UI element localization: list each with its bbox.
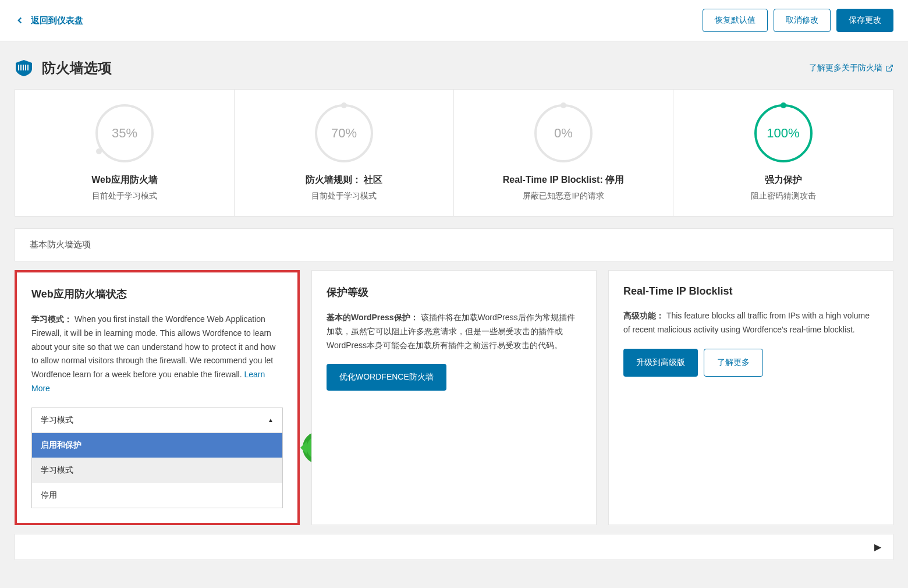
expand-section-button[interactable]: ▶ (15, 534, 893, 560)
stat-title: Web应用防火墙 (24, 174, 225, 186)
stat-card-rules: 70% 防火墙规则： 社区 目前处于学习模式 (235, 90, 454, 216)
card-waf-status: Web应用防火墙状态 学习模式： When you first install … (15, 270, 300, 525)
restore-defaults-button[interactable]: 恢复默认值 (703, 9, 768, 32)
back-to-dashboard-link[interactable]: 返回到仪表盘 (15, 15, 83, 26)
optimize-firewall-button[interactable]: 优化WORDFENCE防火墙 (327, 364, 446, 391)
stat-subtitle: 目前处于学习模式 (243, 191, 445, 201)
back-label: 返回到仪表盘 (31, 15, 83, 26)
stat-title: 强力保护 (682, 174, 884, 186)
stat-card-bruteforce: 100% 强力保护 阻止密码猜测攻击 (673, 90, 893, 216)
dropdown-option-learning[interactable]: 学习模式 (32, 458, 282, 483)
save-button[interactable]: 保存更改 (836, 9, 893, 32)
stat-title: Real-Time IP Blocklist: 停用 (463, 174, 664, 186)
card-description: 高级功能： This feature blocks all traffic fr… (623, 309, 878, 337)
chevron-left-icon (15, 15, 25, 26)
dropdown-option-enable[interactable]: 启用和保护 (32, 433, 282, 458)
stat-card-waf: 35% Web应用防火墙 目前处于学习模式 (15, 90, 235, 216)
select-value: 学习模式 (41, 415, 73, 426)
card-realtime-blocklist: Real-Time IP Blocklist 高级功能： This featur… (608, 270, 893, 525)
upgrade-premium-button[interactable]: 升级到高级版 (623, 349, 698, 377)
stat-title: 防火墙规则： 社区 (243, 174, 445, 186)
stats-grid: 35% Web应用防火墙 目前处于学习模式 70% 防火墙规则： 社区 目前处于… (15, 89, 893, 217)
card-description: 学习模式： When you first install the Wordfen… (31, 313, 283, 396)
progress-circle: 70% (315, 104, 373, 162)
card-title: Web应用防火墙状态 (31, 287, 283, 301)
stat-card-blocklist: 0% Real-Time IP Blocklist: 停用 屏蔽已知恶意IP的请… (454, 90, 673, 216)
waf-mode-select[interactable]: 学习模式 ▲ (31, 408, 283, 433)
stat-subtitle: 阻止密码猜测攻击 (682, 191, 884, 201)
learn-more-button[interactable]: 了解更多 (704, 349, 763, 377)
header-actions: 恢复默认值 取消修改 保存更改 (703, 9, 893, 32)
firewall-icon (15, 60, 33, 76)
stat-subtitle: 屏蔽已知恶意IP的请求 (463, 191, 664, 201)
learn-more-firewall-link[interactable]: 了解更多关于防火墙 (809, 63, 893, 73)
card-title: Real-Time IP Blocklist (623, 285, 878, 297)
svg-line-0 (889, 65, 892, 69)
cancel-button[interactable]: 取消修改 (774, 9, 831, 32)
external-link-icon (885, 64, 893, 72)
progress-circle: 0% (534, 104, 593, 162)
card-protection-level: 保护等级 基本的WordPress保护： 该插件将在加载WordPress后作为… (311, 270, 597, 525)
page-title: 防火墙选项 (42, 59, 112, 77)
card-description: 基本的WordPress保护： 该插件将在加载WordPress后作为常规插件加… (327, 311, 581, 352)
dropdown-option-disable[interactable]: 停用 (32, 483, 282, 508)
chevron-up-icon: ▲ (268, 417, 274, 423)
card-title: 保护等级 (327, 285, 581, 299)
section-header-basic: 基本防火墙选项 (15, 228, 893, 261)
progress-circle: 35% (95, 104, 154, 162)
stat-subtitle: 目前处于学习模式 (24, 191, 225, 201)
progress-circle: 100% (754, 104, 813, 162)
waf-mode-dropdown: 启用和保护 学习模式 停用 (31, 433, 283, 508)
chevron-right-icon: ▶ (874, 542, 881, 552)
